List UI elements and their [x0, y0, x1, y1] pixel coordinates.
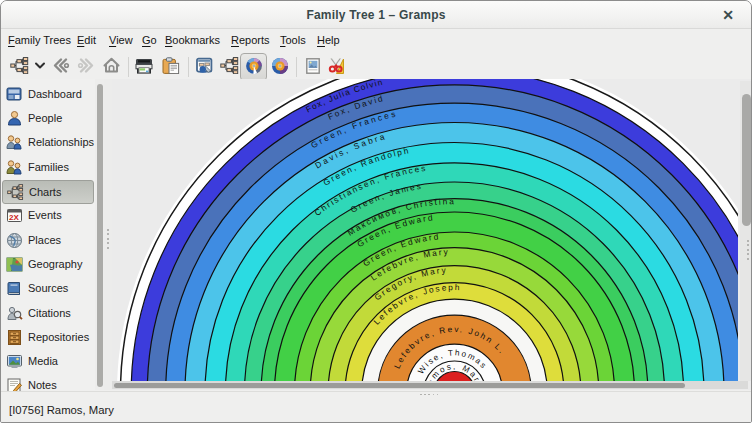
svg-text:2X: 2X: [9, 213, 19, 222]
